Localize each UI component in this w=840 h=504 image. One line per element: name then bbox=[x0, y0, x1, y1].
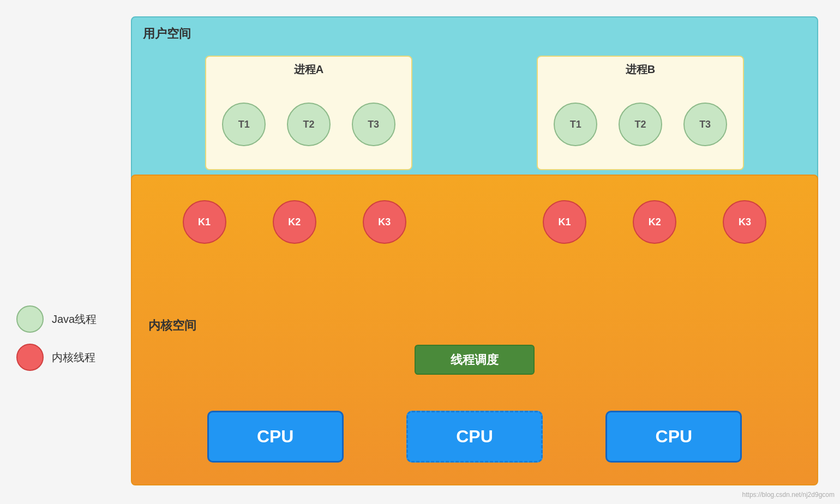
cpu-box-2: CPU bbox=[406, 411, 543, 463]
kernel-thread-k3-b: K3 bbox=[723, 200, 766, 244]
kernel-threads-row: K1 K2 K3 K1 K2 K3 bbox=[143, 200, 806, 244]
process-a-threads: T1 T2 T3 bbox=[212, 85, 406, 164]
scheduler-box: 线程调度 bbox=[415, 345, 535, 375]
cpu-box-1: CPU bbox=[207, 411, 344, 463]
cpu-row: CPU CPU CPU bbox=[132, 411, 817, 463]
thread-t3-b: T3 bbox=[683, 103, 727, 146]
cpu-box-3: CPU bbox=[605, 411, 742, 463]
process-a-label: 进程A bbox=[294, 62, 323, 77]
kernel-thread-k3-a: K3 bbox=[363, 200, 406, 244]
main-diagram: 用户空间 进程A T1 T2 T3 进程B T1 T2 T3 bbox=[131, 16, 818, 485]
process-b-threads: T1 T2 T3 bbox=[543, 85, 737, 164]
watermark: https://blog.csdn.net/nj2d9gcom bbox=[742, 491, 835, 499]
thread-t1-a: T1 bbox=[222, 103, 266, 146]
kernel-space-box: K1 K2 K3 K1 K2 K3 内核空间 线程调度 CPU CPU CPU bbox=[131, 175, 818, 485]
legend-java-thread: Java线程 bbox=[16, 305, 97, 333]
thread-t3-a: T3 bbox=[352, 103, 395, 146]
user-space-box: 用户空间 进程A T1 T2 T3 进程B T1 T2 T3 bbox=[131, 16, 818, 185]
legend-java-circle bbox=[16, 305, 44, 333]
process-a-box: 进程A T1 T2 T3 bbox=[205, 56, 412, 170]
legend-kernel-circle bbox=[16, 344, 44, 371]
user-space-label: 用户空间 bbox=[143, 26, 806, 42]
processes-row: 进程A T1 T2 T3 进程B T1 T2 T3 bbox=[143, 47, 806, 178]
kernel-thread-k1-b: K1 bbox=[543, 200, 586, 244]
process-b-label: 进程B bbox=[626, 62, 655, 77]
process-b-box: 进程B T1 T2 T3 bbox=[537, 56, 744, 170]
legend-kernel-label: 内核线程 bbox=[52, 350, 95, 365]
legend-java-label: Java线程 bbox=[52, 312, 97, 327]
thread-t2-b: T2 bbox=[619, 103, 662, 146]
thread-t1-b: T1 bbox=[554, 103, 597, 146]
kernel-thread-k2-b: K2 bbox=[633, 200, 676, 244]
legend: Java线程 内核线程 bbox=[16, 305, 97, 382]
legend-kernel-thread: 内核线程 bbox=[16, 344, 97, 371]
kernel-thread-k1-a: K1 bbox=[183, 200, 226, 244]
kernel-space-label: 内核空间 bbox=[148, 317, 196, 334]
thread-t2-a: T2 bbox=[287, 103, 331, 146]
kernel-thread-k2-a: K2 bbox=[273, 200, 316, 244]
